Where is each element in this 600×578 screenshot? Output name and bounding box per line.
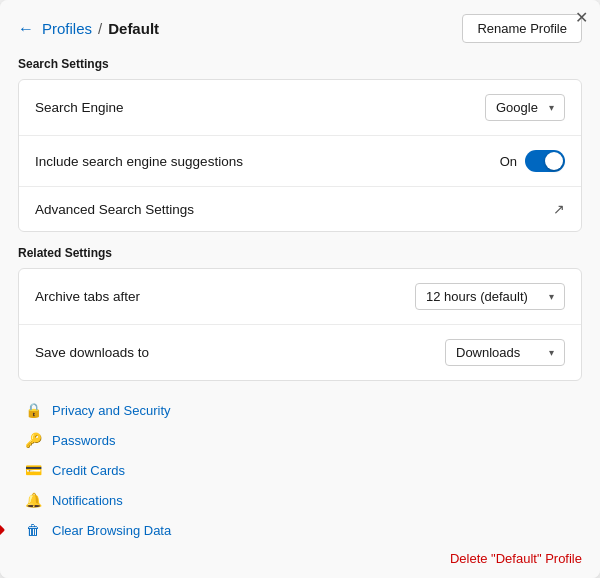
external-link-icon: ↗ (553, 201, 565, 217)
nav-passwords[interactable]: 🔑 Passwords (20, 425, 580, 455)
profiles-link[interactable]: Profiles (42, 20, 92, 37)
nav-notifications[interactable]: 🔔 Notifications (20, 485, 580, 515)
key-icon: 🔑 (24, 432, 42, 448)
related-settings-title: Related Settings (18, 246, 582, 260)
delete-profile-button[interactable]: Delete "Default" Profile (450, 551, 582, 566)
save-downloads-row: Save downloads to Downloads ▾ (19, 325, 581, 380)
current-page-title: Default (108, 20, 159, 37)
nav-clear-browsing-label: Clear Browsing Data (52, 523, 171, 538)
trash-icon: 🗑 (24, 522, 42, 538)
archive-tabs-row: Archive tabs after 12 hours (default) ▾ (19, 269, 581, 325)
nav-credit-cards[interactable]: 💳 Credit Cards (20, 455, 580, 485)
search-settings-title: Search Settings (18, 57, 582, 71)
main-content: Search Settings Search Engine Google ▾ I… (0, 53, 600, 543)
related-settings-group: Archive tabs after 12 hours (default) ▾ … (18, 268, 582, 381)
nav-links: 🔒 Privacy and Security 🔑 Passwords 💳 Cre… (18, 395, 582, 543)
save-downloads-label: Save downloads to (35, 345, 149, 360)
nav-credit-cards-label: Credit Cards (52, 463, 125, 478)
suggestions-row: Include search engine suggestions On (19, 136, 581, 187)
nav-privacy-label: Privacy and Security (52, 403, 171, 418)
suggestions-toggle-label: On (500, 154, 517, 169)
footer-bar: Delete "Default" Profile (0, 543, 600, 578)
search-engine-dropdown[interactable]: Google ▾ (485, 94, 565, 121)
suggestions-label: Include search engine suggestions (35, 154, 243, 169)
search-settings-group: Search Engine Google ▾ Include search en… (18, 79, 582, 232)
chevron-down-icon: ▾ (549, 102, 554, 113)
suggestions-toggle[interactable] (525, 150, 565, 172)
search-engine-value: Google (496, 100, 538, 115)
close-button[interactable]: ✕ (575, 10, 588, 26)
lock-icon: 🔒 (24, 402, 42, 418)
nav-clear-browsing[interactable]: 🗑 Clear Browsing Data (20, 515, 580, 543)
advanced-search-label: Advanced Search Settings (35, 202, 194, 217)
save-downloads-dropdown[interactable]: Downloads ▾ (445, 339, 565, 366)
toggle-thumb (545, 152, 563, 170)
nav-notifications-label: Notifications (52, 493, 123, 508)
archive-tabs-label: Archive tabs after (35, 289, 140, 304)
nav-privacy[interactable]: 🔒 Privacy and Security (20, 395, 580, 425)
archive-tabs-dropdown[interactable]: 12 hours (default) ▾ (415, 283, 565, 310)
chevron-down-icon-2: ▾ (549, 291, 554, 302)
credit-card-icon: 💳 (24, 462, 42, 478)
red-arrow-indicator: ➜ (0, 519, 5, 541)
nav-passwords-label: Passwords (52, 433, 116, 448)
suggestions-toggle-container: On (500, 150, 565, 172)
bell-icon: 🔔 (24, 492, 42, 508)
archive-tabs-value: 12 hours (default) (426, 289, 528, 304)
advanced-search-row[interactable]: Advanced Search Settings ↗ (19, 187, 581, 231)
breadcrumb-separator: / (98, 20, 102, 37)
save-downloads-value: Downloads (456, 345, 520, 360)
settings-window: ✕ ← Profiles / Default Rename Profile Se… (0, 0, 600, 578)
chevron-down-icon-3: ▾ (549, 347, 554, 358)
breadcrumb: ← Profiles / Default (18, 20, 159, 38)
back-arrow-icon[interactable]: ← (18, 20, 34, 38)
title-bar: ← Profiles / Default Rename Profile (0, 0, 600, 53)
rename-profile-button[interactable]: Rename Profile (462, 14, 582, 43)
search-engine-label: Search Engine (35, 100, 124, 115)
search-engine-row: Search Engine Google ▾ (19, 80, 581, 136)
